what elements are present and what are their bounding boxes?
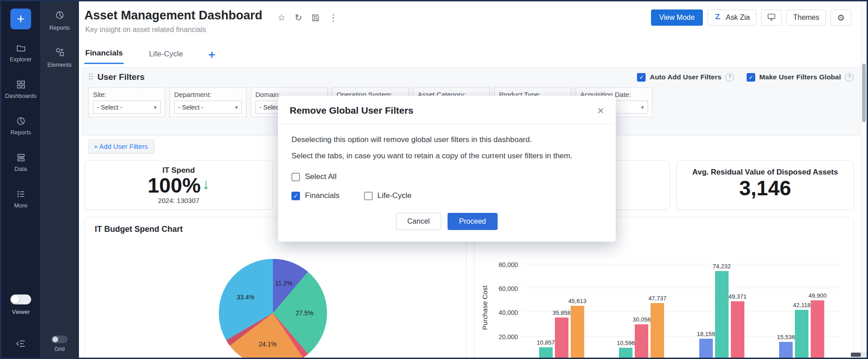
y-axis-label: Purchase Cost [481, 285, 489, 330]
sidebar-item-data[interactable]: Data [1, 144, 40, 181]
checkbox-checked-icon[interactable]: ✓ [291, 192, 300, 200]
dashboard-tabs: Financials Life-Cycle + [84, 45, 215, 64]
header-actions: View Mode Ask Zia Themes ⚙ [651, 9, 851, 26]
save-icon[interactable] [311, 14, 320, 22]
sidebar-item-label: More [14, 202, 28, 209]
more-icon [16, 189, 26, 199]
grid-toggle[interactable] [51, 336, 68, 343]
select-all-checkbox[interactable]: Select All [291, 172, 602, 181]
make-user-filters-global-checkbox[interactable]: ✓ Make User Filters Global ? [747, 73, 854, 82]
bar[interactable]: 74,232 [715, 271, 729, 359]
viewer-toggle[interactable] [10, 295, 31, 304]
elements-label: Elements [47, 61, 72, 68]
filter-select-site[interactable]: - Select -▾ [93, 101, 161, 114]
view-mode-button[interactable]: View Mode [651, 9, 703, 26]
bar[interactable]: 45,613 [571, 306, 584, 359]
checkbox-checked-icon[interactable]: ✓ [747, 73, 755, 82]
kpi-card-it-spend[interactable]: IT Spend 100% ↓ 2024: 130307 [84, 160, 273, 210]
sidebar-item-reports-panel[interactable]: Reports [40, 1, 79, 38]
chevron-down-icon: ▾ [235, 104, 238, 110]
sidebar-item-reports[interactable]: Reports [1, 108, 40, 144]
bar-value-label: 74,232 [713, 263, 731, 270]
filter-label: Site: [93, 91, 161, 98]
modal-option-financials[interactable]: ✓Financials [291, 191, 340, 200]
help-icon[interactable]: ? [845, 73, 854, 82]
bar-value-label: 10,596 [617, 340, 635, 346]
kpi-card-avg-residual[interactable]: Avg. Residual Value of Disposed Assets 3… [676, 160, 854, 210]
scrollbar-thumb[interactable] [862, 64, 866, 122]
grid-toggle-group: Grid [40, 336, 79, 352]
collapse-icon [16, 340, 26, 350]
explorer-icon [16, 43, 26, 53]
tab-life-cycle[interactable]: Life-Cycle [148, 46, 184, 64]
sidebar-item-label: Reports [10, 129, 31, 136]
bar[interactable]: 15,536 [779, 342, 793, 359]
checkbox-unchecked-icon[interactable] [364, 192, 373, 200]
bar[interactable]: 49,900 [811, 300, 824, 359]
auto-add-user-filters-checkbox[interactable]: ✓ Auto Add User Filters ? [637, 73, 734, 82]
modal-option-life-cycle[interactable]: Life-Cycle [364, 191, 412, 200]
toggle-knob [11, 295, 19, 304]
more-options-kebab-icon[interactable]: ⋮ [329, 12, 338, 23]
sidebar-item-more[interactable]: More [1, 181, 40, 217]
cancel-button[interactable]: Cancel [396, 213, 441, 230]
themes-button[interactable]: Themes [786, 9, 826, 26]
bar-value-label: 49,371 [729, 293, 747, 300]
vertical-scrollbar[interactable] [861, 1, 867, 358]
bar-group: 10,59630,05647,737 [619, 303, 664, 359]
favorite-star-icon[interactable]: ☆ [277, 12, 286, 23]
y-tick-label: 80,000 [499, 261, 518, 268]
bar-value-label: 42,118 [793, 302, 811, 308]
bar[interactable]: 30,056 [635, 324, 648, 359]
help-icon[interactable]: ? [725, 73, 734, 82]
close-icon[interactable]: × [597, 105, 604, 116]
bar[interactable]: 49,371 [731, 301, 744, 359]
collapse-sidebar-button[interactable] [1, 340, 40, 350]
gear-icon: ⚙ [837, 13, 845, 23]
filter-select-department[interactable]: - Select -▾ [174, 101, 242, 114]
bar-value-label: 49,900 [808, 292, 826, 299]
bar[interactable]: 18,159 [699, 339, 713, 359]
bar-value-label: 10,857 [537, 339, 555, 346]
bar[interactable]: 10,596 [619, 348, 633, 359]
y-axis-ticks: 20,00040,00060,00080,000 [490, 252, 518, 359]
pie-chart[interactable]: 11.2%27.5%24.1%33.4% [219, 259, 327, 359]
bar[interactable]: 10,857 [539, 347, 553, 359]
title-actions: ☆ ↻ ⋮ [277, 12, 338, 23]
viewer-toggle-group: Viewer [1, 295, 40, 315]
sidebar-item-explorer[interactable]: Explorer [1, 35, 40, 71]
sidebar-item-dashboards[interactable]: Dashboards [1, 71, 40, 108]
bar[interactable]: 42,118 [795, 310, 808, 359]
data-icon [16, 153, 26, 162]
monitor-icon [767, 13, 776, 23]
refresh-icon[interactable]: ↻ [295, 12, 302, 23]
viewer-label: Viewer [12, 308, 30, 315]
checkbox-checked-icon[interactable]: ✓ [637, 73, 646, 82]
pie-slice-label: 33.4% [236, 294, 254, 301]
presentation-mode-button[interactable] [761, 9, 782, 26]
bar[interactable]: 47,737 [651, 303, 664, 359]
proceed-button[interactable]: Proceed [448, 213, 498, 230]
plus-icon: + [17, 11, 25, 27]
add-tab-button[interactable]: + [208, 49, 215, 60]
ask-zia-button[interactable]: Ask Zia [707, 9, 757, 26]
modal-title: Remove Global User Filters [290, 105, 413, 116]
chevron-down-icon: ▾ [154, 104, 157, 110]
bar-group: 10,85735,85845,613 [539, 306, 584, 359]
horizontal-scrollbar-thumb[interactable] [851, 353, 861, 357]
sidebar-nav: ExplorerDashboardsReportsDataMore [1, 35, 40, 217]
sidebar-item-elements[interactable]: Elements [40, 38, 79, 75]
add-user-filters-button[interactable]: + Add User Filters [88, 139, 154, 153]
modal-text-line2: Select the tabs, in case you want to ret… [291, 152, 602, 161]
checkbox-unchecked-icon[interactable] [291, 173, 300, 181]
page-subtitle: Key insight on asset related financials [85, 26, 206, 34]
bar-value-label: 45,613 [568, 298, 586, 304]
zia-icon [714, 13, 722, 23]
bar[interactable]: 35,858 [555, 318, 568, 359]
bar-chart-plot: 10,85735,85845,61310,59630,05647,73718,1… [522, 252, 842, 359]
create-new-button[interactable]: + [10, 9, 31, 29]
drag-handle-icon[interactable] [88, 73, 93, 82]
settings-button[interactable]: ⚙ [831, 9, 851, 26]
tab-financials[interactable]: Financials [84, 45, 124, 64]
primary-sidebar: + ExplorerDashboardsReportsDataMore View… [1, 1, 40, 358]
